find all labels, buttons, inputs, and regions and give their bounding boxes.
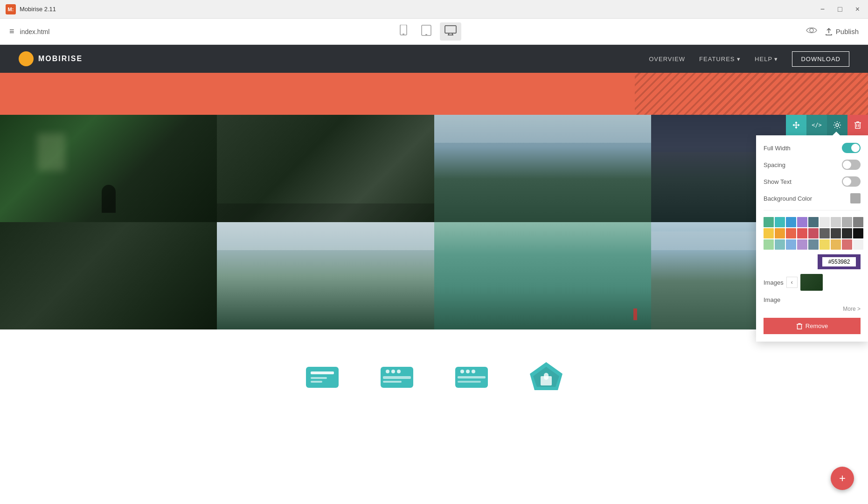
- spacing-row: Spacing: [764, 160, 861, 170]
- window-controls: − □ ×: [818, 4, 862, 14]
- thumb-preview: [800, 274, 823, 291]
- full-width-toggle[interactable]: [842, 143, 861, 153]
- svg-rect-0: [400, 25, 407, 35]
- panel-caret: [833, 132, 840, 135]
- gallery-move-button[interactable]: [786, 115, 806, 135]
- svg-rect-21: [311, 377, 327, 379]
- color-swatch[interactable]: [786, 239, 796, 250]
- show-text-toggle[interactable]: [842, 176, 861, 187]
- gallery-toolbar: </>: [786, 115, 868, 135]
- images-prev-button[interactable]: ‹: [786, 277, 798, 288]
- color-swatch[interactable]: [853, 239, 863, 250]
- gallery-item-1[interactable]: [0, 115, 217, 222]
- color-swatch[interactable]: [831, 228, 841, 238]
- color-swatch[interactable]: [819, 228, 830, 238]
- image-row: Image: [764, 295, 861, 304]
- color-swatch[interactable]: [842, 228, 852, 238]
- color-swatch[interactable]: [853, 217, 863, 227]
- upload-icon: [825, 28, 833, 36]
- svg-line-14: [23, 56, 24, 56]
- gallery-code-button[interactable]: </>: [806, 115, 827, 135]
- color-swatch[interactable]: [831, 217, 841, 227]
- color-swatch[interactable]: [819, 239, 830, 250]
- color-palette: [764, 217, 861, 250]
- svg-rect-4: [445, 26, 456, 33]
- svg-point-25: [391, 370, 395, 373]
- color-swatch[interactable]: [786, 217, 796, 227]
- dark-overlay: [217, 203, 434, 222]
- gallery-item-5[interactable]: [0, 222, 217, 329]
- color-hex-input[interactable]: [822, 257, 856, 266]
- spacing-toggle[interactable]: [842, 160, 861, 170]
- images-label: Images: [764, 279, 784, 286]
- sky-overlay: [434, 115, 651, 143]
- color-swatch[interactable]: [764, 239, 774, 250]
- color-swatch[interactable]: [808, 228, 819, 238]
- gallery-item-6[interactable]: [217, 222, 434, 329]
- gallery-item-2[interactable]: [217, 115, 434, 222]
- accent-element: [633, 308, 637, 320]
- svg-rect-20: [311, 371, 334, 374]
- nav-overview[interactable]: OVERVIEW: [649, 56, 685, 63]
- site-logo: MOBIRISE: [19, 51, 83, 66]
- app-title: Mobirise 2.11: [20, 6, 56, 13]
- image-thumbnail[interactable]: [800, 274, 823, 291]
- close-button[interactable]: ×: [853, 4, 862, 14]
- maximize-button[interactable]: □: [835, 4, 845, 14]
- color-hex-display: [818, 254, 861, 269]
- gallery-item-3[interactable]: [434, 115, 651, 222]
- hamburger-button[interactable]: ≡: [9, 27, 14, 36]
- color-swatch[interactable]: [831, 239, 841, 250]
- svg-rect-1: [403, 34, 404, 35]
- remove-button[interactable]: Remove: [764, 318, 861, 334]
- gallery-section: </> Full Width: [0, 115, 868, 329]
- color-swatch[interactable]: [764, 217, 774, 227]
- background-color-label: Background Color: [764, 195, 812, 202]
- color-swatch[interactable]: [797, 228, 807, 238]
- preview-button[interactable]: [806, 26, 817, 37]
- more-link[interactable]: More >: [764, 306, 861, 312]
- desktop-device-button[interactable]: [440, 22, 461, 41]
- svg-point-9: [24, 56, 28, 61]
- color-swatch[interactable]: [797, 217, 807, 227]
- color-swatch[interactable]: [819, 217, 830, 227]
- show-text-row: Show Text: [764, 176, 861, 187]
- background-color-swatch[interactable]: [850, 193, 861, 203]
- hero-diagonal-pattern: [635, 73, 868, 115]
- minimize-button[interactable]: −: [818, 4, 827, 14]
- site-nav: MOBIRISE OVERVIEW FEATURES ▾ HELP ▾ DOWN…: [0, 45, 868, 73]
- svg-rect-2: [422, 25, 431, 35]
- gallery-delete-button[interactable]: [847, 115, 868, 135]
- svg-rect-27: [383, 376, 411, 379]
- gallery-item-7[interactable]: [434, 222, 651, 329]
- show-text-label: Show Text: [764, 178, 792, 185]
- gear-icon: [833, 121, 841, 129]
- color-swatch[interactable]: [775, 228, 785, 238]
- toolbar-right: Publish: [806, 26, 859, 37]
- svg-point-26: [397, 370, 401, 373]
- nav-features[interactable]: FEATURES ▾: [699, 56, 741, 63]
- logo-icon: [19, 51, 34, 66]
- color-swatch[interactable]: [775, 217, 785, 227]
- nav-help[interactable]: HELP ▾: [755, 56, 778, 63]
- add-fab-button[interactable]: +: [831, 467, 854, 490]
- color-swatch[interactable]: [775, 239, 785, 250]
- color-swatch[interactable]: [786, 228, 796, 238]
- svg-rect-33: [458, 376, 486, 378]
- trash-icon: [854, 121, 861, 129]
- nav-download-button[interactable]: DOWNLOAD: [792, 51, 849, 67]
- color-swatch[interactable]: [808, 239, 819, 250]
- color-swatch[interactable]: [853, 228, 863, 238]
- color-swatch[interactable]: [842, 239, 852, 250]
- mobile-device-button[interactable]: [394, 22, 413, 41]
- color-swatch[interactable]: [764, 228, 774, 238]
- eye-icon: [806, 26, 817, 35]
- color-swatch[interactable]: [797, 239, 807, 250]
- color-swatch[interactable]: [808, 217, 819, 227]
- tablet-device-button[interactable]: [417, 22, 436, 41]
- svg-rect-22: [311, 381, 322, 383]
- color-swatch[interactable]: [842, 217, 852, 227]
- publish-button[interactable]: Publish: [825, 28, 859, 36]
- titlebar: M: Mobirise 2.11 − □ ×: [0, 0, 868, 19]
- full-width-label: Full Width: [764, 145, 791, 152]
